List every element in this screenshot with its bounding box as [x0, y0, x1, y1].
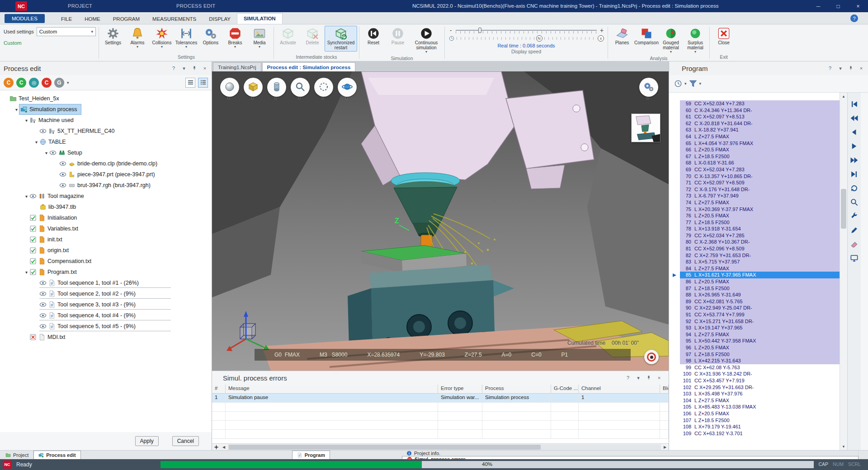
gcode-line-99[interactable]: 99CC X+62.08 Y-5.763	[669, 364, 840, 371]
bottom-tab-project[interactable]: Project	[1, 451, 33, 459]
expand-arrow-icon[interactable]: ▾	[14, 107, 19, 112]
expand-arrow-icon[interactable]: ▾	[24, 270, 29, 275]
eraser-button[interactable]	[849, 239, 859, 249]
gcode-line-108[interactable]: 108L X+79.179 Y-19.461	[669, 423, 840, 430]
process-edit-pin-button[interactable]	[191, 65, 198, 71]
scroll-left-button[interactable]: ◀	[220, 444, 227, 450]
gcode-line-85[interactable]: 85L X+31.621 Y-37.965 FMAX	[669, 272, 840, 278]
tree-item-tool-sequence-3-tool-3-9[interactable]: Tool sequence 3, tool #3 - (9%)	[0, 299, 212, 310]
navigation-thumbnail[interactable]	[631, 113, 660, 142]
tree-item-brut-3947-rgh-brut-3947-rgh[interactable]: brut-3947.rgh (brut-3947.rgh)	[0, 180, 212, 191]
gcode-line-61[interactable]: 61CC X+52.097 Y+8.513	[669, 113, 840, 120]
gcode-line-81[interactable]: 81CC X+52.096 Y+8.509	[669, 245, 840, 252]
speed-slider[interactable]	[456, 28, 597, 33]
cancel-button[interactable]: Cancel	[172, 436, 199, 446]
bottom-tab-process-edit[interactable]: Process edit	[33, 451, 80, 459]
gcode-line-74[interactable]: 74L Z+27.5 FMAX	[669, 199, 840, 206]
visibility-eye-icon[interactable]	[29, 193, 37, 200]
gcode-line-63[interactable]: 63L X-18.82 Y+37.941	[669, 127, 840, 133]
errors-pin-button[interactable]	[646, 375, 652, 381]
gcode-line-62[interactable]: 62C X-20.818 Y+31.644 DR-	[669, 120, 840, 127]
visibility-eye-icon[interactable]	[39, 290, 47, 297]
options-button[interactable]: Options	[198, 26, 223, 47]
tool-display-button[interactable]: ▾	[267, 78, 286, 99]
delete-button[interactable]: Delete	[300, 26, 325, 47]
program-help-button[interactable]: ?	[827, 65, 833, 71]
visibility-eye-icon[interactable]	[59, 182, 66, 189]
checkbox-checked-icon[interactable]	[29, 247, 37, 254]
gcode-line-75[interactable]: 75L X+20.369 Y-37.97 FMAX	[669, 206, 840, 213]
gcode-line-101[interactable]: 101CC X+53.457 Y+7.919	[669, 377, 840, 384]
gcode-line-96[interactable]: 96L Z+20.5 FMAX	[669, 344, 840, 351]
gcode-line-64[interactable]: 64L Z+27.5 FMAX	[669, 133, 840, 140]
tree-item-machine-used[interactable]: ▾Machine used	[0, 115, 212, 126]
step-back-button[interactable]	[849, 127, 859, 137]
settings-button[interactable]: Settings	[101, 26, 125, 47]
gcode-line-79[interactable]: 79CC X+52.034 Y+7.285	[669, 232, 840, 239]
program-pin-button[interactable]	[848, 65, 854, 71]
gcode-line-102[interactable]: 102C X+29.295 Y+31.663 DR-	[669, 384, 840, 391]
simulation-viewport[interactable]: Z	[212, 71, 669, 371]
gcode-line-59[interactable]: 59CC X+52.034 Y+7.283	[669, 100, 840, 107]
gcode-line-92[interactable]: 92C X+15.271 Y+31.658 DR-	[669, 318, 840, 325]
tree-item-simulation-process[interactable]: ▾Simulation process	[0, 104, 212, 115]
fast-forward-button[interactable]	[849, 155, 859, 165]
gcode-line-98[interactable]: 98L X+42.215 Y-31.643	[669, 357, 840, 364]
errors-column-error-type[interactable]: Error type	[438, 385, 482, 393]
document-tab-training1-ncsprj[interactable]: Training1.NcsPrj	[213, 62, 261, 71]
gcode-line-70[interactable]: 70C X-13.357 Y+10.865 DR-	[669, 173, 840, 180]
tree-item-program-txt[interactable]: ▾Program.txt	[0, 267, 212, 277]
errors-help-button[interactable]: ?	[625, 375, 631, 381]
tree-item-lib-3947-tlb[interactable]: lib-3947.tlb	[0, 202, 212, 212]
gcode-line-69[interactable]: 69CC X+52.034 Y+7.283	[669, 166, 840, 173]
comparison-button[interactable]: Comparison	[634, 26, 659, 47]
scroll-up-button[interactable]: ▲	[840, 93, 847, 100]
visibility-eye-icon[interactable]	[39, 127, 47, 135]
expand-arrow-icon[interactable]: ▾	[24, 194, 29, 199]
chevron-down-icon[interactable]: ▾	[699, 81, 702, 86]
ribbon-tab-home[interactable]: HOME	[78, 14, 107, 24]
tolerances-button[interactable]: Tolerances▾	[174, 26, 198, 50]
tree-item-tool-sequence-1-tool-1-26[interactable]: Tool sequence 1, tool #1 - (26%)	[0, 277, 212, 288]
apply-button[interactable]: Apply	[135, 436, 159, 446]
synchronized-restart-button[interactable]: Synchronized restart	[325, 26, 357, 52]
minimize-button[interactable]: ─	[808, 0, 828, 12]
gcode-line-67[interactable]: 67L Z+18.5 F2500	[669, 153, 840, 160]
gcode-line-87[interactable]: 87L Z+18.5 F2500	[669, 285, 840, 292]
error-check-icon[interactable]: C	[42, 78, 52, 88]
visibility-eye-icon[interactable]	[39, 279, 47, 287]
expand-arrow-icon[interactable]: ▾	[24, 118, 29, 123]
horizontal-scrollbar[interactable]: ◀ ▶	[212, 443, 669, 450]
chevron-down-icon[interactable]: ▾	[684, 81, 687, 86]
errors-column-process[interactable]: Process	[482, 385, 551, 393]
gcode-line-73[interactable]: 73L X-6.797 Y+37.949	[669, 193, 840, 199]
target-check-icon[interactable]: ◎	[29, 78, 39, 88]
scroll-down-button[interactable]: ▼	[840, 443, 847, 450]
gcode-line-104[interactable]: 104L Z+27.5 FMAX	[669, 397, 840, 404]
checkbox-checked-icon[interactable]	[29, 214, 37, 221]
gcode-line-71[interactable]: 71CC X+52.097 Y+8.509	[669, 179, 840, 186]
used-settings-combobox[interactable]: Custom ▾	[37, 27, 96, 36]
process-edit-panel-menu-button[interactable]: ▾	[181, 65, 187, 71]
breaks-button[interactable]: Breaks▾	[223, 26, 247, 50]
gcode-line-65[interactable]: 65L X+4.054 Y-37.976 FMAX	[669, 140, 840, 147]
checkbox-excluded-icon[interactable]	[29, 334, 37, 341]
slider-handle[interactable]	[478, 28, 481, 33]
errors-column-bloc[interactable]: Bloc	[660, 385, 669, 393]
tree-item-test-heiden-5x[interactable]: Test_Heiden_5x	[0, 93, 212, 104]
errors-column-[interactable]: #	[212, 385, 226, 393]
media-button[interactable]: Media▾	[247, 26, 272, 50]
ribbon-tab-modules[interactable]: MODULES	[5, 14, 45, 23]
visibility-eye-icon[interactable]	[39, 312, 47, 319]
close-button[interactable]: Close	[712, 26, 736, 47]
gcode-line-91[interactable]: 91CC X+53.774 Y+7.999	[669, 311, 840, 318]
gcode-line-78[interactable]: 78L X+13.918 Y-31.654	[669, 226, 840, 232]
collision-check-icon[interactable]: C	[4, 78, 14, 88]
maximize-button[interactable]: □	[828, 0, 848, 12]
speed-decrease-button[interactable]: -	[448, 27, 453, 34]
expand-arrow-icon[interactable]: ▾	[33, 140, 39, 145]
tree-item-tool-sequence-2-tool-2-9[interactable]: Tool sequence 2, tool #2 - (9%)	[0, 288, 212, 299]
ribbon-tab-file[interactable]: FILE	[55, 14, 78, 24]
render-mode-button[interactable]: ▾	[220, 78, 239, 99]
tree-item-mdi-txt[interactable]: MDI.txt	[0, 332, 212, 343]
